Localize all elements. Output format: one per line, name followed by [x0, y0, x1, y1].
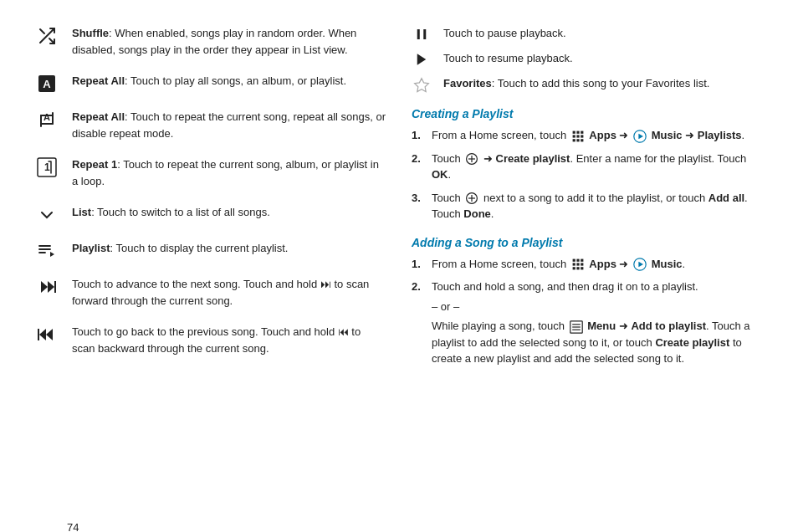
forward-text: Touch to advance to the next song. Touch…: [72, 276, 386, 309]
playlist-label: Playlist: [72, 242, 110, 254]
svg-rect-46: [581, 263, 583, 265]
list-text: List: Touch to switch to a list of all s…: [72, 204, 386, 221]
right-top-items: Touch to pause playback. Touch to resume…: [412, 25, 765, 94]
list-icon: [33, 204, 60, 225]
creating-step-3: 3. Touch next to a song to add it to the…: [412, 190, 765, 223]
music-play-icon: [633, 130, 647, 143]
svg-marker-22: [417, 54, 427, 65]
creating-step-2: 2. Touch ➜ Create playlist. Enter a name…: [412, 151, 765, 183]
svg-marker-18: [39, 329, 46, 340]
repeat-all-2-label: Repeat All: [72, 110, 125, 123]
playlist-item: Playlist: Touch to display the current p…: [33, 240, 386, 261]
svg-marker-34: [638, 133, 643, 138]
right-column: Touch to pause playback. Touch to resume…: [412, 25, 765, 381]
add-circle-icon: [465, 152, 478, 166]
repeat-all-1-text: Repeat All: Touch to play all songs, an …: [72, 73, 386, 90]
resume-item: Touch to resume playback.: [412, 50, 765, 67]
svg-marker-14: [41, 281, 48, 293]
svg-rect-45: [576, 263, 579, 265]
left-column: Shuffle: When enabled, songs play in ran…: [33, 25, 386, 381]
svg-rect-31: [576, 139, 579, 141]
favorites-icon: [412, 75, 432, 94]
svg-rect-16: [54, 281, 56, 293]
repeat-all-1-desc: : Touch to play all songs, an album, or …: [125, 74, 346, 87]
svg-rect-27: [572, 135, 575, 137]
svg-text:A: A: [43, 112, 50, 122]
svg-rect-19: [38, 329, 39, 340]
repeat-all-2-icon: A: [33, 109, 60, 130]
repeat-1-label: Repeat 1: [72, 158, 117, 171]
repeat-1-text: Repeat 1: Touch to repeat the current so…: [72, 156, 386, 189]
list-desc: : Touch to switch to a list of all songs…: [91, 206, 270, 218]
svg-rect-21: [423, 29, 426, 39]
backward-item: Touch to go back to the previous song. T…: [33, 324, 386, 356]
add-circle-2-icon: [465, 192, 478, 205]
svg-marker-13: [50, 252, 54, 257]
creating-playlist-section: Creating a Playlist 1. From a Home scree…: [412, 107, 765, 223]
shuffle-desc: : When enabled, songs play in random ord…: [72, 27, 356, 56]
forward-icon: [33, 276, 60, 297]
svg-rect-41: [572, 259, 575, 262]
repeat-all-1-item: A Repeat All: Touch to play all songs, a…: [33, 73, 386, 94]
svg-rect-29: [581, 135, 583, 137]
svg-rect-43: [581, 259, 583, 262]
svg-rect-44: [572, 263, 575, 265]
shuffle-icon: [33, 25, 60, 46]
menu-icon: [570, 320, 583, 334]
list-label: List: [72, 206, 91, 218]
adding-step-2: 2. Touch and hold a song, and then drag …: [412, 279, 765, 367]
repeat-all-1-icon: A: [33, 73, 60, 94]
svg-rect-32: [581, 139, 583, 141]
svg-rect-20: [417, 29, 420, 39]
svg-text:A: A: [43, 78, 51, 90]
favorites-label: Favorites: [443, 77, 492, 90]
repeat-all-2-item: A Repeat All: Touch to repeat the curren…: [33, 109, 386, 141]
creating-playlist-title: Creating a Playlist: [412, 107, 765, 120]
svg-rect-26: [581, 130, 583, 133]
repeat-all-2-text: Repeat All: Touch to repeat the current …: [72, 109, 386, 141]
svg-rect-42: [576, 259, 579, 262]
list-item: List: Touch to switch to a list of all s…: [33, 204, 386, 225]
repeat-1-icon: 1: [33, 156, 60, 177]
svg-rect-28: [576, 135, 579, 137]
repeat-1-item: 1 Repeat 1: Touch to repeat the current …: [33, 156, 386, 189]
music-play-2-icon: [633, 258, 647, 271]
favorites-text: Favorites: Touch to add this song to you…: [443, 75, 765, 92]
playlist-text: Playlist: Touch to display the current p…: [72, 240, 386, 257]
backward-icon: [33, 324, 60, 345]
svg-marker-51: [638, 262, 643, 267]
resume-icon: [412, 50, 432, 67]
favorites-item: Favorites: Touch to add this song to you…: [412, 75, 765, 94]
adding-step-1: 1. From a Home screen, touch Apps ➜ Musi…: [412, 256, 765, 273]
pause-icon: [412, 25, 432, 42]
svg-rect-24: [572, 130, 575, 133]
repeat-all-1-label: Repeat All: [72, 74, 125, 87]
shuffle-text: Shuffle: When enabled, songs play in ran…: [72, 25, 386, 58]
shuffle-item: Shuffle: When enabled, songs play in ran…: [33, 25, 386, 58]
svg-marker-15: [48, 281, 54, 293]
forward-item: Touch to advance to the next song. Touch…: [33, 276, 386, 309]
forward-desc: Touch to advance to the next song. Touch…: [72, 278, 369, 307]
page-body: Shuffle: When enabled, songs play in ran…: [33, 25, 765, 532]
pause-item: Touch to pause playback.: [412, 25, 765, 42]
adding-song-section: Adding a Song to a Playlist 1. From a Ho…: [412, 236, 765, 367]
resume-text: Touch to resume playback.: [443, 50, 765, 67]
backward-text: Touch to go back to the previous song. T…: [72, 324, 386, 356]
playlist-icon: [33, 240, 60, 261]
svg-line-2: [40, 29, 44, 33]
shuffle-label: Shuffle: [72, 27, 109, 39]
creating-playlist-steps: 1. From a Home screen, touch Apps ➜ Musi…: [412, 127, 765, 223]
svg-rect-25: [576, 130, 579, 133]
backward-desc: Touch to go back to the previous song. T…: [72, 325, 361, 355]
svg-text:1: 1: [44, 161, 50, 173]
page-layout: Shuffle: When enabled, songs play in ran…: [33, 25, 765, 381]
adding-song-steps: 1. From a Home screen, touch Apps ➜ Musi…: [412, 256, 765, 367]
svg-rect-49: [581, 267, 583, 269]
svg-rect-30: [572, 139, 575, 141]
page-number: 74: [67, 521, 79, 532]
adding-song-title: Adding a Song to a Playlist: [412, 236, 765, 249]
creating-step-1: 1. From a Home screen, touch Apps ➜ Musi…: [412, 127, 765, 144]
pause-text: Touch to pause playback.: [443, 25, 765, 42]
svg-rect-48: [576, 267, 579, 269]
svg-marker-23: [415, 79, 429, 92]
